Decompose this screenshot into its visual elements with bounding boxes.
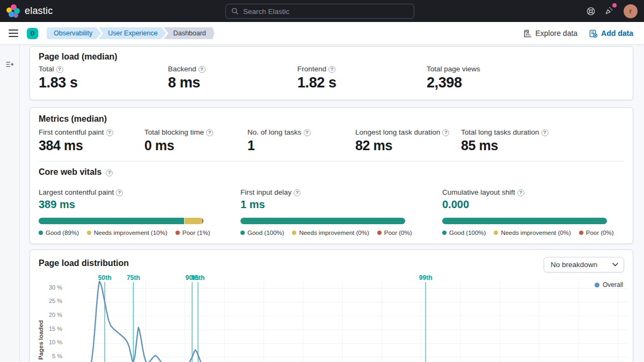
stat-fcp: First contentful paint? 384 ms	[39, 128, 144, 153]
legend-label: Good (100%)	[449, 230, 486, 236]
cwv-bar	[39, 218, 203, 224]
stat-label: Cumulative layout shift	[442, 188, 515, 196]
stat-total: Total? 1.83 s	[39, 65, 168, 91]
cwv-lcp: Largest contentful paint? 389 ms Good (8…	[39, 188, 240, 236]
explore-data-button[interactable]: Explore data	[524, 29, 578, 38]
y-axis-tick-label: 5 %	[41, 353, 62, 359]
stat-longest-task: Longest long task duration? 82 ms	[355, 128, 461, 153]
core-web-vitals-title-text: Core web vitals	[39, 167, 101, 176]
legend-label: Needs improvement (10%)	[94, 230, 167, 236]
cwv-value: 1 ms	[240, 198, 442, 211]
stat-label: Total long tasks duration	[461, 128, 539, 136]
elastic-logo-icon	[6, 4, 20, 18]
page-load-title: Page load (median)	[39, 52, 624, 62]
cwv-value: 389 ms	[39, 198, 240, 211]
cwv-legend: Good (100%) Needs improvement (0%) Poor …	[442, 230, 624, 236]
help-icon[interactable]: ?	[56, 66, 63, 73]
legend-label: Needs improvement (0%)	[299, 230, 369, 236]
stat-value: 2,398	[427, 75, 556, 91]
core-web-vitals-title: Core web vitals?	[39, 167, 624, 177]
legend-label: Poor (1%)	[182, 230, 210, 236]
core-web-vitals-grid: Largest contentful paint? 389 ms Good (8…	[39, 188, 624, 236]
search-icon	[231, 8, 239, 15]
stat-total-tasks-duration: Total long tasks duration? 85 ms	[461, 128, 624, 153]
cwv-value: 0.000	[442, 198, 624, 211]
stat-label: Backend	[168, 65, 196, 73]
help-icon[interactable]: ?	[328, 66, 335, 73]
help-icon[interactable]: ?	[541, 129, 548, 136]
global-search[interactable]	[225, 4, 414, 19]
search-input[interactable]	[243, 8, 408, 16]
y-axis-label: Pages loaded	[38, 302, 44, 362]
metrics-title: Metrics (median)	[39, 114, 624, 124]
legend-label: Good (100%)	[247, 230, 284, 236]
global-header: elastic r	[0, 0, 644, 22]
newsfeed-button[interactable]	[605, 5, 614, 17]
stat-value: 85 ms	[461, 138, 624, 153]
y-axis-tick-label: 15 %	[41, 326, 62, 332]
good-dot-icon	[39, 231, 43, 235]
chevron-down-icon	[612, 263, 618, 267]
explore-data-label: Explore data	[536, 29, 578, 38]
needs-improvement-dot-icon	[292, 231, 296, 235]
stat-tbt: Total blocking time? 0 ms	[144, 128, 247, 153]
add-data-label: Add data	[601, 29, 633, 38]
help-icon[interactable]: ?	[304, 129, 311, 136]
stat-label: Total page views	[427, 65, 480, 73]
percentile-label: 75th	[127, 274, 140, 282]
percentile-label: 50th	[98, 274, 112, 282]
stat-total-page-views: Total page views 2,398	[427, 65, 556, 91]
needs-improvement-dot-icon	[494, 231, 498, 235]
cwv-legend: Good (100%) Needs improvement (0%) Poor …	[240, 230, 442, 236]
legend-label: Good (89%)	[46, 230, 79, 236]
help-icon[interactable]: ?	[517, 189, 524, 196]
breadcrumb-user-experience[interactable]: User Experience	[98, 27, 166, 39]
header-actions: r	[586, 0, 638, 22]
y-axis-tick-label: 10 %	[41, 339, 62, 345]
help-icon[interactable]: ?	[116, 189, 123, 196]
series-dot-icon	[595, 283, 599, 287]
stat-long-tasks: No. of long tasks? 1	[247, 128, 355, 153]
help-ring-icon[interactable]	[586, 6, 596, 16]
stat-label: Frontend	[297, 65, 326, 73]
breadcrumb-toolbar: D Observability User Experience Dashboar…	[0, 22, 644, 45]
add-data-button[interactable]: Add data	[589, 29, 633, 38]
metrics-panel: Metrics (median) First contentful paint?…	[30, 107, 633, 244]
stat-label: Longest long task duration	[355, 128, 440, 136]
help-icon[interactable]: ?	[442, 129, 449, 136]
page-load-distribution-panel: Page load distribution No breakdown Page…	[30, 249, 633, 362]
elastic-brand[interactable]: elastic	[0, 4, 53, 18]
breadcrumb-observability[interactable]: Observability	[47, 27, 101, 39]
menu-hamburger-icon[interactable]	[9, 29, 18, 37]
needs-improvement-dot-icon	[87, 231, 91, 235]
help-icon[interactable]: ?	[199, 66, 206, 73]
poor-dot-icon	[579, 231, 583, 235]
stat-label: Total blocking time	[144, 128, 204, 136]
y-axis-tick-label: 25 %	[41, 298, 62, 304]
breakdown-value: No breakdown	[551, 261, 597, 269]
stat-label: First input delay	[240, 188, 291, 196]
cwv-fid: First input delay? 1 ms Good (100%) Need…	[240, 188, 442, 236]
breakdown-select[interactable]: No breakdown	[544, 257, 624, 272]
user-avatar[interactable]: r	[624, 4, 638, 18]
stat-value: 1.82 s	[297, 75, 427, 91]
legend-label: Poor (0%)	[586, 230, 614, 236]
good-dot-icon	[240, 231, 245, 235]
stat-backend: Backend? 8 ms	[168, 65, 297, 91]
stat-label: Largest contentful paint	[39, 188, 114, 196]
notification-badge	[612, 3, 617, 8]
help-icon[interactable]: ?	[106, 169, 113, 176]
expand-sidebar-icon[interactable]	[5, 60, 14, 69]
space-badge[interactable]: D	[27, 28, 38, 39]
help-icon[interactable]: ?	[294, 189, 301, 196]
chart-legend-overall[interactable]: Overall	[595, 281, 623, 289]
stat-frontend: Frontend? 1.82 s	[297, 65, 427, 91]
cwv-bar	[442, 218, 607, 224]
help-icon[interactable]: ?	[106, 129, 113, 136]
help-icon[interactable]: ?	[206, 129, 213, 136]
stat-label: No. of long tasks	[247, 128, 302, 136]
collapsed-sidebar-rail	[0, 45, 20, 362]
page-load-stats: Total? 1.83 s Backend? 8 ms Frontend? 1.…	[39, 65, 624, 91]
toolbar-actions: Explore data Add data	[524, 29, 634, 38]
y-axis-tick-label: 30 %	[41, 284, 62, 291]
